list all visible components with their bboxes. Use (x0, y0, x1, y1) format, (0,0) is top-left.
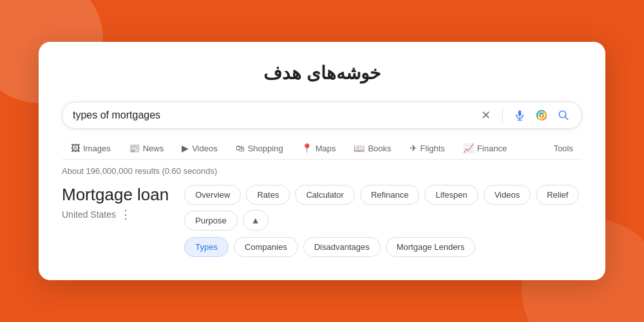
chip-rates[interactable]: Rates (246, 185, 290, 205)
search-bar: ✕ (62, 102, 582, 129)
main-card: خوشه‌های هدف ✕ (39, 42, 605, 280)
search-input[interactable] (73, 109, 478, 121)
chips-area: Overview Rates Calculator Refinance Life… (184, 185, 582, 257)
more-options-button[interactable]: ⋮ (120, 207, 131, 222)
camera-button[interactable] (534, 108, 549, 123)
tab-images[interactable]: 🖼 Images (62, 138, 120, 160)
news-icon: 📰 (129, 143, 140, 153)
divider (502, 108, 503, 122)
clear-button[interactable]: ✕ (478, 108, 493, 123)
images-icon: 🖼 (71, 143, 80, 153)
result-subtitle: United States ⋮ (62, 207, 169, 222)
search-button[interactable] (556, 108, 571, 123)
flights-icon: ✈ (410, 143, 417, 153)
chip-types[interactable]: Types (184, 237, 229, 257)
chip-refinance[interactable]: Refinance (360, 185, 420, 205)
tab-books[interactable]: 📖 Books (345, 138, 400, 160)
tab-shopping[interactable]: 🛍 Shopping (227, 138, 292, 160)
search-tabs: 🖼 Images 📰 News ▶ Videos 🛍 Shopping 📍 Ma… (62, 138, 582, 160)
tab-news[interactable]: 📰 News (120, 138, 173, 160)
chip-lifespen[interactable]: Lifespen (424, 185, 478, 205)
chips-row-2: Types Companies Disadvantages Mortgage L… (184, 237, 582, 257)
results-count: About 196,000,000 results (0.60 seconds) (62, 166, 582, 176)
finance-icon: 📈 (463, 143, 474, 153)
books-icon: 📖 (354, 143, 365, 153)
chip-videos[interactable]: Videos (484, 185, 531, 205)
chip-calculator[interactable]: Calculator (295, 185, 355, 205)
chip-relief[interactable]: Relief (536, 185, 579, 205)
svg-rect-4 (539, 111, 544, 112)
svg-rect-0 (518, 111, 522, 117)
mic-button[interactable] (512, 108, 527, 123)
svg-line-7 (565, 117, 568, 120)
chip-companies[interactable]: Companies (234, 237, 298, 257)
page-title: خوشه‌های هدف (62, 62, 582, 84)
shopping-icon: 🛍 (236, 143, 245, 153)
chip-overview[interactable]: Overview (184, 185, 241, 205)
tab-videos[interactable]: ▶ Videos (173, 138, 227, 160)
tools-button[interactable]: Tools (545, 138, 582, 158)
result-left: Mortgage loan United States ⋮ (62, 185, 169, 222)
maps-icon: 📍 (301, 143, 312, 153)
search-icons: ✕ (478, 108, 571, 123)
tab-flights[interactable]: ✈ Flights (401, 138, 454, 160)
chip-mortgage-lenders[interactable]: Mortgage Lenders (386, 237, 476, 257)
chip-disadvantages[interactable]: Disadvantages (303, 237, 381, 257)
videos-icon: ▶ (182, 143, 189, 153)
chip-collapse[interactable]: ▲ (243, 210, 269, 231)
tab-maps[interactable]: 📍 Maps (292, 138, 345, 160)
svg-point-5 (540, 114, 544, 117)
chip-purpose[interactable]: Purpose (184, 211, 237, 231)
tab-finance[interactable]: 📈 Finance (454, 138, 516, 160)
result-section: Mortgage loan United States ⋮ Overview R… (62, 185, 582, 257)
chips-row-1: Overview Rates Calculator Refinance Life… (184, 185, 582, 231)
result-title: Mortgage loan (62, 185, 169, 205)
